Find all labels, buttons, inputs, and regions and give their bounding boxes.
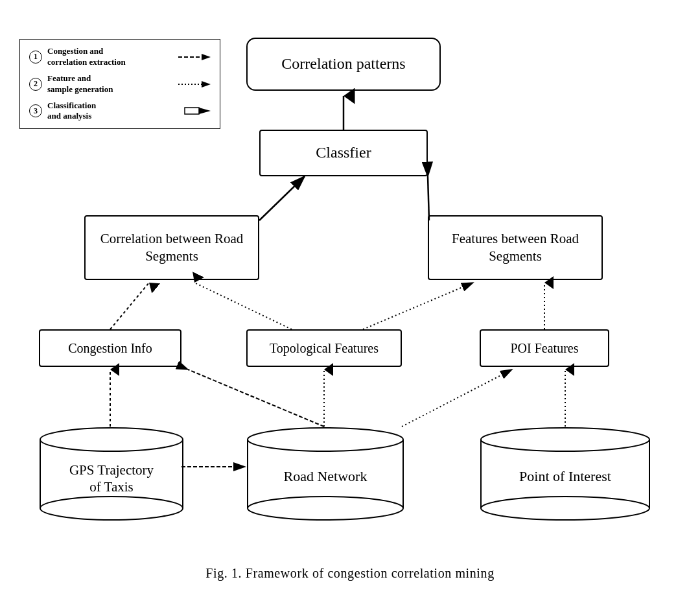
caption-text: Fig. 1. Framework of congestion correlat… xyxy=(205,566,494,580)
svg-text:of Taxis: of Taxis xyxy=(89,479,134,495)
congestion-info-label: Congestion Info xyxy=(68,340,152,357)
svg-text:Point of Interest: Point of Interest xyxy=(519,468,611,484)
features-segments-box: Features between Road Segments xyxy=(428,215,603,280)
svg-marker-5 xyxy=(199,108,211,114)
correlation-segments-label: Correlation between Road Segments xyxy=(86,230,258,266)
legend-item-2: 2 Feature andsample generation xyxy=(29,73,211,95)
road-network-cylinder: Road Network xyxy=(246,427,402,504)
svg-point-9 xyxy=(40,497,183,520)
svg-point-17 xyxy=(248,428,403,451)
legend-num-3: 3 xyxy=(29,104,42,117)
svg-point-10 xyxy=(40,428,183,451)
legend-item-3: 3 Classificationand analysis xyxy=(29,100,211,123)
svg-marker-3 xyxy=(202,81,211,88)
svg-line-40 xyxy=(188,370,324,427)
svg-marker-1 xyxy=(202,54,211,60)
svg-line-33 xyxy=(259,176,305,220)
legend-item-1: 1 Congestion andcorrelation extraction xyxy=(29,46,211,68)
svg-line-34 xyxy=(428,176,429,220)
poi-features-box: POI Features xyxy=(480,329,609,367)
legend-text-1: Congestion andcorrelation extraction xyxy=(47,46,174,68)
topological-features-label: Topological Features xyxy=(270,340,379,357)
congestion-info-box: Congestion Info xyxy=(39,329,181,367)
topological-features-box: Topological Features xyxy=(246,329,402,367)
correlation-patterns-box: Correlation patterns xyxy=(246,38,441,91)
svg-point-23 xyxy=(481,428,649,451)
poi-features-label: POI Features xyxy=(511,340,579,357)
svg-line-37 xyxy=(363,283,473,329)
correlation-segments-box: Correlation between Road Segments xyxy=(84,215,259,280)
svg-line-35 xyxy=(110,283,149,329)
svg-line-42 xyxy=(402,370,512,427)
poi-cylinder: Point of Interest xyxy=(480,427,648,504)
svg-text:GPS Trajectory: GPS Trajectory xyxy=(69,462,154,478)
svg-point-22 xyxy=(481,497,649,520)
svg-point-16 xyxy=(248,497,403,520)
classifier-box: Classfier xyxy=(259,130,428,176)
legend-num-1: 1 xyxy=(29,51,42,64)
gps-trajectory-cylinder: GPS Trajectory of Taxis xyxy=(39,427,181,504)
classifier-label: Classfier xyxy=(316,143,371,163)
figure-caption: Fig. 1. Framework of congestion correlat… xyxy=(0,566,700,581)
diagram-container: 1 Congestion andcorrelation extraction 2… xyxy=(0,0,700,599)
svg-rect-4 xyxy=(185,108,199,114)
svg-text:Road Network: Road Network xyxy=(284,468,368,484)
svg-line-36 xyxy=(194,283,292,329)
legend-text-3: Classificationand analysis xyxy=(47,100,174,123)
legend-box: 1 Congestion andcorrelation extraction 2… xyxy=(19,39,220,129)
correlation-patterns-label: Correlation patterns xyxy=(281,54,405,74)
legend-text-2: Feature andsample generation xyxy=(47,73,174,95)
features-segments-label: Features between Road Segments xyxy=(429,230,601,266)
legend-num-2: 2 xyxy=(29,78,42,91)
